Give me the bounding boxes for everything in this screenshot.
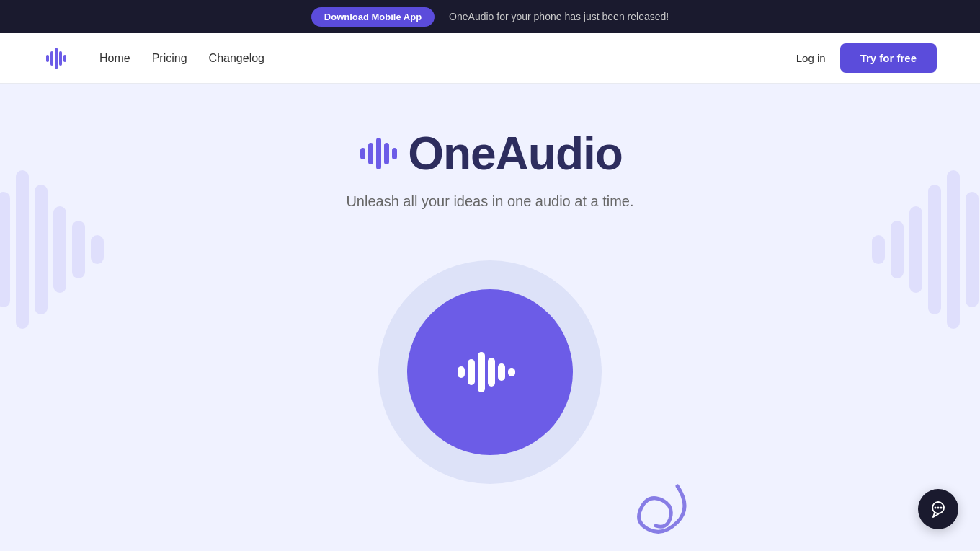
try-for-free-button[interactable]: Try for free <box>840 43 937 73</box>
svg-rect-1 <box>50 51 53 66</box>
svg-rect-28 <box>498 363 505 381</box>
nav-pricing[interactable]: Pricing <box>152 52 187 65</box>
svg-rect-15 <box>928 185 941 314</box>
svg-rect-29 <box>508 368 515 376</box>
svg-rect-7 <box>16 170 29 329</box>
logo-icon <box>43 45 71 72</box>
svg-rect-25 <box>468 359 475 385</box>
svg-rect-12 <box>872 235 885 264</box>
nav-links: Home Pricing Changelog <box>99 52 796 65</box>
svg-rect-19 <box>360 148 365 159</box>
svg-rect-20 <box>368 143 373 164</box>
inner-circle <box>407 289 573 455</box>
nav-home[interactable]: Home <box>99 52 130 65</box>
svg-rect-26 <box>478 352 485 392</box>
download-mobile-button[interactable]: Download Mobile App <box>311 7 435 27</box>
svg-rect-17 <box>966 192 979 307</box>
svg-rect-24 <box>458 366 465 378</box>
logo[interactable] <box>43 45 71 72</box>
outer-circle <box>378 260 602 484</box>
svg-rect-6 <box>0 192 10 307</box>
brand-title: OneAudio <box>357 127 623 180</box>
nav-changelog[interactable]: Changelog <box>209 52 264 65</box>
svg-point-33 <box>940 507 943 509</box>
navbar: Home Pricing Changelog Log in Try for fr… <box>0 33 980 84</box>
svg-rect-21 <box>376 138 381 169</box>
log-in-button[interactable]: Log in <box>796 52 826 64</box>
svg-rect-9 <box>53 206 66 293</box>
svg-rect-16 <box>947 170 960 329</box>
svg-point-32 <box>937 507 940 509</box>
audio-visualization <box>378 260 602 484</box>
brand-name: OneAudio <box>408 127 623 180</box>
svg-rect-13 <box>891 221 904 278</box>
svg-rect-0 <box>46 55 49 62</box>
svg-rect-3 <box>59 51 62 66</box>
svg-point-31 <box>935 507 937 509</box>
top-banner: Download Mobile App OneAudio for your ph… <box>0 0 980 33</box>
background-left-wave <box>0 141 108 358</box>
chat-widget[interactable] <box>918 489 958 529</box>
svg-rect-2 <box>55 48 58 69</box>
svg-rect-23 <box>392 148 397 159</box>
svg-rect-10 <box>72 221 85 278</box>
svg-rect-27 <box>488 358 495 387</box>
nav-right: Log in Try for free <box>796 43 937 73</box>
svg-rect-8 <box>35 185 48 314</box>
tagline: Unleash all your ideas in one audio at a… <box>346 193 633 210</box>
hero-section: OneAudio Unleash all your ideas in one a… <box>0 84 980 551</box>
background-right-wave <box>872 141 980 358</box>
svg-rect-4 <box>63 55 66 62</box>
svg-rect-14 <box>909 206 922 293</box>
banner-announcement: OneAudio for your phone has just been re… <box>449 11 669 22</box>
svg-rect-11 <box>91 235 104 264</box>
svg-rect-22 <box>384 143 389 164</box>
inner-waveform-icon <box>458 352 522 392</box>
chat-icon <box>929 500 948 519</box>
decorative-swirl <box>634 479 692 551</box>
brand-logo-icon <box>357 133 398 174</box>
